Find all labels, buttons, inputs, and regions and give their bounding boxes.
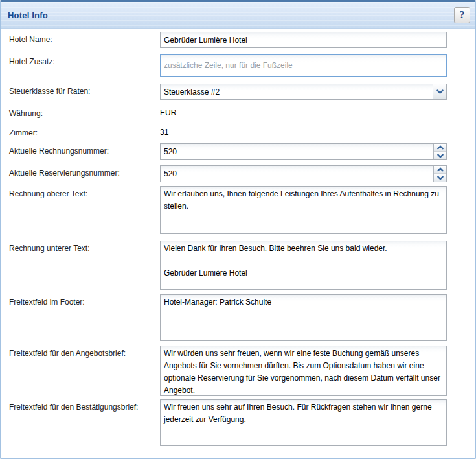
- hotel-zusatz-label: Hotel Zusatz:: [9, 54, 160, 77]
- chevron-up-icon: [437, 167, 444, 172]
- reservierungsnummer-spinner: [433, 166, 446, 182]
- row-bestaetigungsbrief: Freitextfeld für den Bestätigungsbrief: …: [9, 399, 475, 446]
- rechnung-oberer-text-label: Rechnung oberer Text:: [9, 186, 160, 234]
- rechnungsnummer-input[interactable]: [160, 143, 447, 160]
- reservierungsnummer-input[interactable]: [160, 165, 447, 182]
- hotel-name-input[interactable]: [160, 32, 447, 48]
- form: Hotel Name: Hotel Zusatz: Steuerklasse f…: [1, 29, 475, 446]
- spinner-down-button[interactable]: [434, 152, 446, 159]
- dropdown-trigger-button[interactable]: [433, 84, 446, 99]
- zimmer-label: Zimmer:: [9, 126, 160, 139]
- row-hotel-name: Hotel Name:: [9, 32, 475, 48]
- row-reservierungsnummer: Aktuelle Reservierungsnummer:: [9, 165, 475, 182]
- chevron-down-icon: [437, 154, 444, 158]
- row-footer-freitext: Freitextfeld im Footer: Hotel-Manager: P…: [9, 294, 475, 341]
- chevron-up-icon: [437, 145, 444, 150]
- row-zimmer: Zimmer: 31: [9, 126, 475, 139]
- waehrung-value: EUR: [160, 107, 447, 117]
- zimmer-value: 31: [160, 126, 447, 137]
- steuerklasse-selected-value: Steuerklasse #2: [161, 88, 433, 97]
- footer-freitext-label: Freitextfeld im Footer:: [9, 294, 160, 341]
- rechnung-unterer-text-label: Rechnung unterer Text:: [9, 241, 160, 290]
- row-rechnung-unterer-text: Rechnung unterer Text: Vielen Dank für I…: [9, 241, 475, 290]
- angebotsbrief-label: Freitextfeld für den Angebotsbrief:: [9, 346, 160, 396]
- hotel-info-panel: Hotel Info ? Hotel Name: Hotel Zusatz: S…: [0, 0, 476, 459]
- row-rechnung-oberer-text: Rechnung oberer Text: Wir erlauben uns, …: [9, 186, 475, 234]
- waehrung-label: Währung:: [9, 107, 160, 120]
- row-hotel-zusatz: Hotel Zusatz:: [9, 54, 475, 77]
- spinner-up-button[interactable]: [434, 144, 446, 152]
- row-rechnungsnummer: Aktuelle Rechnungsnummer:: [9, 143, 475, 160]
- angebotsbrief-textarea[interactable]: Wir würden uns sehr freuen, wenn wir ein…: [160, 346, 447, 396]
- hotel-name-label: Hotel Name:: [9, 32, 160, 48]
- reservierungsnummer-label: Aktuelle Reservierungsnummer:: [9, 165, 160, 182]
- spinner-up-button[interactable]: [434, 166, 446, 174]
- row-angebotsbrief: Freitextfeld für den Angebotsbrief: Wir …: [9, 346, 475, 396]
- spinner-down-button[interactable]: [434, 174, 446, 182]
- steuerklasse-dropdown[interactable]: Steuerklasse #2: [160, 84, 447, 100]
- bestaetigungsbrief-textarea[interactable]: Wir freuen uns sehr auf Ihren Besuch. Fü…: [160, 399, 447, 446]
- rechnungsnummer-label: Aktuelle Rechnungsnummer:: [9, 143, 160, 160]
- page-title: Hotel Info: [8, 10, 48, 20]
- rechnung-oberer-text-textarea[interactable]: Wir erlauben uns, Ihnen folgende Leistun…: [160, 186, 447, 234]
- rechnungsnummer-spinner: [433, 144, 446, 159]
- chevron-down-icon: [437, 176, 444, 180]
- help-icon: ?: [460, 9, 465, 21]
- help-button[interactable]: ?: [454, 7, 470, 23]
- panel-header: Hotel Info ?: [1, 2, 475, 29]
- chevron-down-icon: [436, 89, 444, 95]
- row-waehrung: Währung: EUR: [9, 107, 475, 120]
- footer-freitext-textarea[interactable]: Hotel-Manager: Patrick Schulte: [160, 294, 447, 341]
- rechnung-unterer-text-textarea[interactable]: Vielen Dank für Ihren Besuch. Bitte beeh…: [160, 241, 447, 290]
- hotel-zusatz-input[interactable]: [160, 54, 447, 77]
- bestaetigungsbrief-label: Freitextfeld für den Bestätigungsbrief:: [9, 399, 160, 446]
- steuerklasse-label: Steuerklasse für Raten:: [9, 84, 160, 100]
- row-steuerklasse: Steuerklasse für Raten: Steuerklasse #2: [9, 84, 475, 100]
